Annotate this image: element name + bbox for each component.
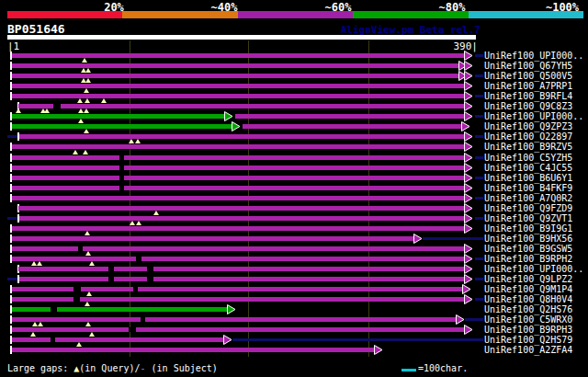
hit-bar[interactable] [12,236,413,241]
hit-label[interactable]: UniRef100_Q9ZVT1 [484,213,572,223]
hit-bar[interactable] [19,277,464,281]
query-gap-triangle-icon [129,139,134,143]
hit-bar[interactable] [12,155,464,160]
hit-bar[interactable] [12,186,464,190]
hit-label[interactable]: UniRef100_UPI000.. [484,51,583,61]
scale-length-line-icon [401,369,416,371]
hit-bar[interactable] [12,317,456,322]
hit-bar[interactable] [19,216,464,221]
hit-label[interactable]: UniRef100_UPI000.. [484,111,583,121]
query-gap-triangle-icon [153,211,159,215]
hit-label[interactable]: UniRef100_Q500V5 [484,71,572,81]
query-gap-triangle-icon [86,291,92,296]
hit-bar[interactable] [12,327,464,332]
hit-label[interactable]: UniRef100_B9I9G1 [484,223,572,234]
query-gap-triangle-icon [85,68,91,73]
hit-arrow-icon [227,304,236,314]
subject-gap-mark [133,287,138,291]
hit-label[interactable]: UniRef100_Q2HS76 [484,304,572,314]
hit-bar[interactable] [12,74,464,78]
hit-bar[interactable] [12,337,223,342]
hit-bar[interactable] [12,114,224,119]
query-gap-triangle-icon [135,139,141,143]
hit-label[interactable]: UniRef100_B4FKF9 [484,183,572,193]
subject-gap-mark [51,337,55,342]
hit-bar[interactable] [19,134,464,139]
hit-bar[interactable] [12,348,374,352]
gap-legend-subject: (in Subject) [146,363,218,373]
hit-label[interactable]: UniRef100_C4JC55 [484,163,572,173]
hit-arrow-icon [374,345,383,355]
hit-arrow-icon [464,264,473,274]
hit-link-line [232,338,483,341]
hit-link-line [465,318,483,321]
hit-bar[interactable] [12,176,464,180]
subject-gap-mark [74,287,81,291]
hit-bar[interactable] [12,196,464,200]
hit-label[interactable]: UniRef100_Q9M1P4 [484,284,572,294]
hit-bar[interactable] [12,124,232,129]
subject-overhang-line [7,278,17,280]
query-gap-triangle-icon [73,150,78,154]
hit-arrow-icon [464,203,473,213]
hit-bar[interactable] [12,257,464,261]
hit-arrow-icon [464,71,473,81]
hit-bar[interactable] [12,84,464,88]
subject-gap-mark [119,186,124,190]
hit-label[interactable]: UniRef100_B9HX56 [484,234,572,244]
hit-arrow-icon [464,213,473,223]
hit-bar[interactable] [12,166,464,170]
hit-arrow-icon [413,234,423,244]
hit-link-line [475,135,483,138]
hit-label[interactable]: UniRef100_Q8H0V4 [484,294,572,304]
query-gap-triangle-icon [83,150,88,154]
hit-bar[interactable] [235,114,464,119]
hit-label[interactable]: UniRef100_C5YZH5 [484,153,572,163]
subject-gap-mark [119,176,124,180]
hit-label[interactable]: UniRef100_B6U6Y1 [484,173,572,183]
hit-label[interactable]: UniRef100_Q9LPZ2 [484,274,572,284]
hit-bar[interactable] [12,53,464,58]
hit-label[interactable]: UniRef100_B9RPH2 [484,254,572,264]
hit-label[interactable]: UniRef100_Q9ZPZ3 [484,121,572,131]
hit-label[interactable]: UniRef100_A2ZFA4 [484,345,572,355]
hit-label[interactable]: UniRef100_B9RFL4 [484,91,572,101]
query-gap-triangle-icon [16,109,21,113]
hit-label[interactable]: UniRef100_B9RZV5 [484,142,572,152]
hit-bar[interactable] [243,124,461,129]
hit-label[interactable]: UniRef100_A7Q0R2 [484,193,572,203]
subject-gap-mark [108,277,114,281]
hit-bar[interactable] [18,267,464,271]
hit-label[interactable]: UniRef100_O22897 [484,131,572,142]
hit-label[interactable]: UniRef100_B9RPH3 [484,325,572,335]
subject-gap-mark [53,104,61,109]
subject-gap-mark [119,166,124,170]
hit-label[interactable]: UniRef100_Q9FZD9 [484,203,572,213]
hit-bar[interactable] [12,226,464,231]
hit-bar[interactable] [12,63,464,68]
hit-arrow-icon [464,111,473,121]
query-gap-triangle-icon [84,129,89,133]
hit-label[interactable]: UniRef100_A7PRP1 [484,81,572,91]
hit-label[interactable]: UniRef100_Q9C8Z3 [484,101,572,111]
hit-link-line [475,74,483,77]
hit-bar[interactable] [12,307,227,312]
scale-segment-3 [238,11,353,18]
hit-arrow-icon [464,183,473,193]
hit-label[interactable]: UniRef100_UPI000.. [484,264,583,274]
hit-link-line [475,278,483,280]
hit-arrow-icon [464,101,473,111]
subject-gap-mark [119,155,124,160]
hit-bar[interactable] [18,206,464,211]
query-gap-triangle-icon [85,302,90,306]
query-gap-triangle-icon [85,78,91,83]
hit-link-line [475,197,483,200]
subject-gap-mark [136,257,141,261]
hit-label[interactable]: UniRef100_Q67YH5 [484,61,572,71]
subject-gap-mark [51,307,57,312]
hit-label[interactable]: UniRef100_B9GSW5 [484,244,572,254]
hit-label[interactable]: UniRef100_C5WRX0 [484,314,572,325]
hit-bar[interactable] [12,144,464,149]
hit-label[interactable]: UniRef100_Q2HS79 [484,335,572,345]
subject-overhang-line [7,217,17,220]
